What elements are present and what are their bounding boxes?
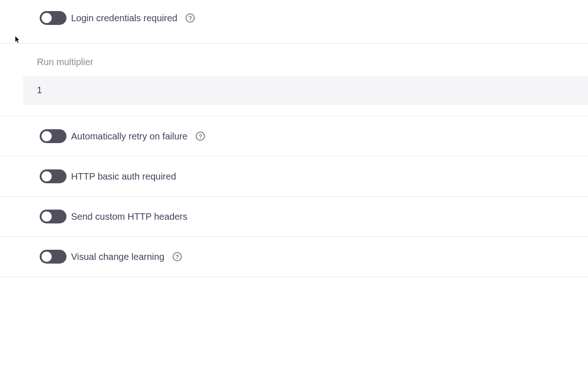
toggle-knob bbox=[42, 252, 52, 262]
login-credentials-toggle[interactable] bbox=[40, 11, 66, 25]
visual-learning-toggle[interactable] bbox=[40, 250, 66, 264]
login-credentials-label: Login credentials required bbox=[71, 13, 177, 24]
toggle-knob bbox=[42, 131, 52, 141]
help-icon[interactable]: ? bbox=[173, 252, 182, 261]
http-basic-auth-toggle[interactable] bbox=[40, 169, 66, 183]
toggle-knob bbox=[42, 171, 52, 181]
run-multiplier-label: Run multiplier bbox=[23, 44, 588, 76]
visual-learning-label: Visual change learning bbox=[71, 252, 164, 262]
auto-retry-toggle[interactable] bbox=[40, 129, 66, 143]
custom-headers-toggle[interactable] bbox=[40, 210, 66, 223]
toggle-knob bbox=[42, 211, 52, 222]
help-icon[interactable]: ? bbox=[186, 13, 195, 23]
http-basic-auth-label: HTTP basic auth required bbox=[71, 171, 176, 182]
run-multiplier-input[interactable] bbox=[23, 76, 588, 105]
custom-headers-label: Send custom HTTP headers bbox=[71, 211, 187, 222]
help-icon[interactable]: ? bbox=[196, 132, 205, 141]
auto-retry-label: Automatically retry on failure bbox=[71, 131, 187, 142]
toggle-knob bbox=[42, 13, 52, 23]
